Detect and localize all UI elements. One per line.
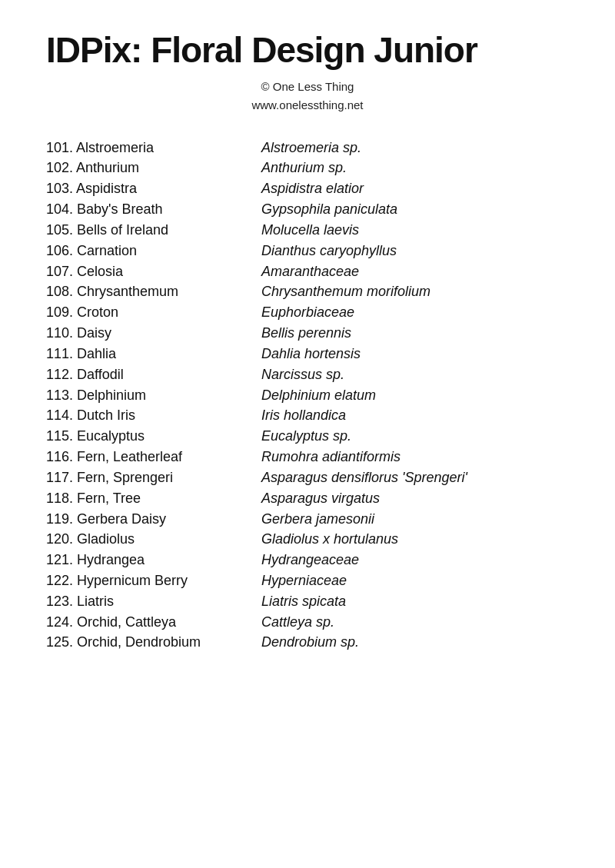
scientific-name: Dendrobium sp.	[261, 633, 359, 652]
common-name: 103. Aspidistra	[46, 179, 261, 198]
plant-list: 101. AlstroemeriaAlstroemeria sp.102. An…	[46, 138, 569, 653]
common-name: 114. Dutch Iris	[46, 406, 261, 425]
common-name: 102. Anthurium	[46, 158, 261, 178]
scientific-name: Anthurium sp.	[261, 158, 347, 178]
list-item: 110. DaisyBellis perennis	[46, 323, 569, 344]
scientific-name: Liatris spicata	[261, 592, 346, 611]
scientific-name: Euphorbiaceae	[261, 303, 354, 322]
common-name: 122. Hypernicum Berry	[46, 571, 261, 590]
list-item: 124. Orchid, CattleyaCattleya sp.	[46, 612, 569, 633]
page-title: IDPix: Floral Design Junior	[46, 31, 569, 70]
scientific-name: Iris hollandica	[261, 406, 346, 425]
list-item: 108. ChrysanthemumChrysanthemum morifoli…	[46, 281, 569, 302]
common-name: 121. Hydrangea	[46, 550, 261, 570]
common-name: 120. Gladiolus	[46, 530, 261, 549]
common-name: 112. Daffodil	[46, 365, 261, 384]
scientific-name: Molucella laevis	[261, 221, 359, 240]
list-item: 112. DaffodilNarcissus sp.	[46, 364, 569, 385]
list-item: 117. Fern, SprengeriAsparagus densifloru…	[46, 467, 569, 488]
list-item: 104. Baby's BreathGypsophila paniculata	[46, 199, 569, 220]
scientific-name: Aspidistra elatior	[261, 179, 364, 198]
scientific-name: Rumohra adiantiformis	[261, 447, 401, 467]
list-item: 107. CelosiaAmaranthaceae	[46, 261, 569, 282]
common-name: 113. Delphinium	[46, 386, 261, 405]
common-name: 118. Fern, Tree	[46, 489, 261, 508]
scientific-name: Gladiolus x hortulanus	[261, 530, 398, 549]
scientific-name: Chrysanthemum morifolium	[261, 282, 430, 301]
list-item: 101. AlstroemeriaAlstroemeria sp.	[46, 138, 569, 158]
scientific-name: Alstroemeria sp.	[261, 138, 361, 158]
list-item: 120. GladiolusGladiolus x hortulanus	[46, 529, 569, 550]
list-item: 111. DahliaDahlia hortensis	[46, 344, 569, 364]
list-item: 123. LiatrisLiatris spicata	[46, 591, 569, 612]
list-item: 118. Fern, TreeAsparagus virgatus	[46, 488, 569, 509]
scientific-name: Hyperniaceae	[261, 571, 347, 590]
list-item: 116. Fern, LeatherleafRumohra adiantifor…	[46, 447, 569, 467]
common-name: 123. Liatris	[46, 592, 261, 611]
common-name: 119. Gerbera Daisy	[46, 510, 261, 529]
list-item: 106. CarnationDianthus caryophyllus	[46, 241, 569, 261]
website-text: www.onelessthing.net	[46, 96, 569, 115]
scientific-name: Delphinium elatum	[261, 386, 376, 405]
subtitle: © One Less Thing www.onelessthing.net	[46, 78, 569, 115]
list-item: 102. AnthuriumAnthurium sp.	[46, 158, 569, 178]
common-name: 107. Celosia	[46, 262, 261, 281]
scientific-name: Hydrangeaceae	[261, 550, 359, 570]
common-name: 125. Orchid, Dendrobium	[46, 633, 261, 652]
common-name: 101. Alstroemeria	[46, 138, 261, 158]
scientific-name: Asparagus virgatus	[261, 489, 380, 508]
common-name: 115. Eucalyptus	[46, 427, 261, 446]
list-item: 121. HydrangeaHydrangeaceae	[46, 550, 569, 570]
scientific-name: Bellis perennis	[261, 324, 351, 343]
list-item: 119. Gerbera DaisyGerbera jamesonii	[46, 509, 569, 530]
common-name: 109. Croton	[46, 303, 261, 322]
common-name: 106. Carnation	[46, 241, 261, 261]
common-name: 104. Baby's Breath	[46, 200, 261, 219]
scientific-name: Asparagus densiflorus 'Sprengeri'	[261, 468, 467, 487]
list-item: 115. EucalyptusEucalyptus sp.	[46, 426, 569, 447]
common-name: 116. Fern, Leatherleaf	[46, 447, 261, 467]
scientific-name: Dahlia hortensis	[261, 344, 361, 364]
list-item: 125. Orchid, DendrobiumDendrobium sp.	[46, 632, 569, 653]
scientific-name: Narcissus sp.	[261, 365, 344, 384]
common-name: 124. Orchid, Cattleya	[46, 613, 261, 632]
common-name: 105. Bells of Ireland	[46, 221, 261, 240]
list-item: 109. CrotonEuphorbiaceae	[46, 302, 569, 323]
list-item: 103. AspidistraAspidistra elatior	[46, 178, 569, 199]
scientific-name: Eucalyptus sp.	[261, 427, 351, 446]
common-name: 108. Chrysanthemum	[46, 282, 261, 301]
copyright-text: © One Less Thing	[46, 78, 569, 96]
scientific-name: Cattleya sp.	[261, 613, 334, 632]
scientific-name: Gypsophila paniculata	[261, 200, 397, 219]
list-item: 122. Hypernicum BerryHyperniaceae	[46, 570, 569, 591]
scientific-name: Amaranthaceae	[261, 262, 359, 281]
list-item: 113. DelphiniumDelphinium elatum	[46, 385, 569, 406]
list-item: 114. Dutch IrisIris hollandica	[46, 405, 569, 426]
common-name: 117. Fern, Sprengeri	[46, 468, 261, 487]
common-name: 110. Daisy	[46, 324, 261, 343]
scientific-name: Dianthus caryophyllus	[261, 241, 397, 261]
scientific-name: Gerbera jamesonii	[261, 510, 374, 529]
list-item: 105. Bells of IrelandMolucella laevis	[46, 220, 569, 241]
common-name: 111. Dahlia	[46, 344, 261, 364]
